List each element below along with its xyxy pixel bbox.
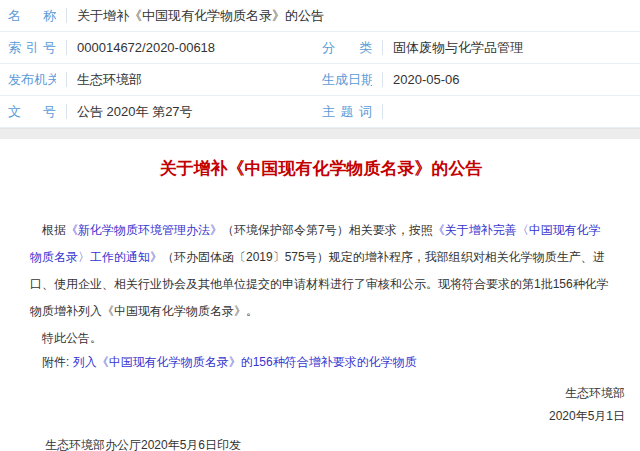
announcement-body: 关于增补《中国现有化学物质名录》的公告 根据《新化学物质环境管理办法》（环境保护… xyxy=(0,158,640,451)
body-paragraph: 根据《新化学物质环境管理办法》（环境保护部令第7号）相关要求，按照《关于增补完善… xyxy=(30,217,612,325)
signature-date: 2020年5月1日 xyxy=(0,405,625,428)
page-title: 关于增补《中国现有化学物质名录》的公告 xyxy=(30,158,612,180)
attachment-line: 附件: 列入《中国现有化学物质名录》的156种符合增补要求的化学物质 xyxy=(30,351,612,373)
meta-cell-subject: 主题词 xyxy=(312,103,640,121)
paragraph-text: 根据 xyxy=(42,223,66,237)
vertical-divider xyxy=(66,104,67,119)
meta-cell-category: 分类 固体废物与化学品管理 xyxy=(312,39,640,57)
meta-value-issuer: 生态环境部 xyxy=(77,71,142,89)
meta-row-index-category: 索引号 000014672/2020-00618 分类 固体废物与化学品管理 xyxy=(0,32,640,64)
attachment-label: 附件: xyxy=(42,355,73,369)
vertical-divider xyxy=(382,72,383,87)
meta-label-gen-date: 生成日期 xyxy=(322,71,372,89)
vertical-divider xyxy=(66,40,67,55)
meta-row-issuer-date: 发布机关 生态环境部 生成日期 2020-05-06 xyxy=(0,64,640,96)
meta-row-docnum-subject: 文号 公告 2020年 第27号 主题词 xyxy=(0,96,640,128)
meta-row-name: 名称 关于增补《中国现有化学物质名录》的公告 xyxy=(0,0,640,32)
meta-value-index: 000014672/2020-00618 xyxy=(77,40,215,55)
document-meta-table: 名称 关于增补《中国现有化学物质名录》的公告 索引号 000014672/202… xyxy=(0,0,640,128)
link-new-chemical-measures[interactable]: 《新化学物质环境管理办法》 xyxy=(66,223,222,237)
meta-value-gen-date: 2020-05-06 xyxy=(393,72,460,87)
meta-label-issuer: 发布机关 xyxy=(8,71,56,89)
signer-name: 生态环境部 xyxy=(0,382,625,405)
meta-value-category: 固体废物与化学品管理 xyxy=(393,39,523,57)
vertical-divider xyxy=(382,40,383,55)
printed-note: 生态环境部办公厅2020年5月6日印发 xyxy=(45,435,640,451)
announcement-page: { "meta": { "name_label": "名称", "name_va… xyxy=(0,0,640,451)
meta-cell-doc-number: 文号 公告 2020年 第27号 xyxy=(0,103,312,121)
paragraph-text: （环境保护部令第7号）相关要求，按照 xyxy=(222,223,433,237)
meta-label-index: 索引号 xyxy=(8,39,56,57)
meta-cell-issuer: 发布机关 生态环境部 xyxy=(0,71,312,89)
vertical-divider xyxy=(382,104,383,119)
attachment-link[interactable]: 列入《中国现有化学物质名录》的156种符合增补要求的化学物质 xyxy=(73,355,417,369)
meta-label-subject: 主题词 xyxy=(322,103,372,121)
closing-line: 特此公告。 xyxy=(30,327,612,349)
meta-cell-name: 名称 关于增补《中国现有化学物质名录》的公告 xyxy=(0,7,640,25)
signature-block: 生态环境部 2020年5月1日 xyxy=(0,382,625,428)
content-separator-band xyxy=(0,128,640,139)
meta-value-doc-number: 公告 2020年 第27号 xyxy=(77,103,193,121)
vertical-divider xyxy=(66,8,67,23)
meta-cell-index: 索引号 000014672/2020-00618 xyxy=(0,39,312,57)
meta-label-category: 分类 xyxy=(322,39,372,57)
meta-cell-gen-date: 生成日期 2020-05-06 xyxy=(312,71,640,89)
meta-label-doc-number: 文号 xyxy=(8,103,56,121)
meta-value-name: 关于增补《中国现有化学物质名录》的公告 xyxy=(77,7,324,25)
vertical-divider xyxy=(66,72,67,87)
meta-label-name: 名称 xyxy=(8,7,56,25)
